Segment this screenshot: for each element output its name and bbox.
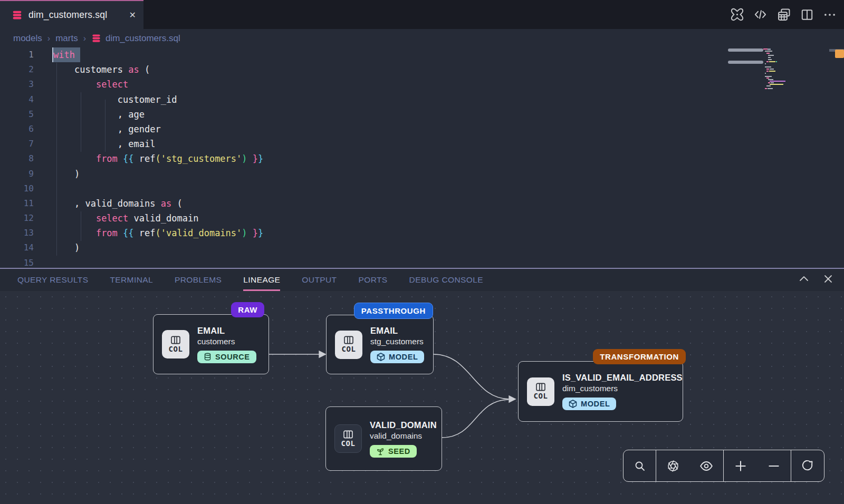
minimap[interactable] [763, 49, 816, 91]
visibility-button[interactable] [690, 450, 724, 481]
code-line: 15 [0, 256, 844, 268]
node-title: EMAIL [370, 326, 424, 336]
code-line: 13 from {{ ref('valid_domains') }} [0, 226, 844, 240]
node-subtitle: dim_customers [562, 384, 683, 393]
code-editor[interactable]: 1with2 customers as (3 select4 customer_… [0, 47, 844, 268]
panel-tab-query-results[interactable]: QUERY RESULTS [17, 269, 88, 291]
lineage-node-valid-domains[interactable]: COL VALID_DOMAIN valid_domains SEED [325, 406, 442, 471]
breadcrumb-file[interactable]: dim_customers.sql [91, 33, 180, 44]
minus-icon [767, 459, 781, 473]
line-number: 6 [0, 122, 34, 137]
lineage-node-dim-customers[interactable]: TRANSFORMATION COL IS_VALID_EMAIL_ADDRES… [518, 361, 683, 422]
code-line: 12 select valid_domain [0, 211, 844, 226]
code-line: 11 , valid_domains as ( [0, 196, 844, 211]
col-label: COL [342, 345, 356, 353]
pill-label: SEED [388, 447, 410, 455]
close-tab-icon[interactable]: ✕ [129, 10, 136, 20]
lineage-node-customers[interactable]: RAW COL EMAIL customers SOURCE [153, 314, 269, 374]
zoom-out-button[interactable] [757, 450, 791, 481]
breadcrumb-models[interactable]: models [13, 33, 42, 44]
eye-icon [699, 459, 713, 473]
more-actions-icon[interactable] [823, 8, 837, 22]
code-line: 7 , email [0, 137, 844, 151]
panel-tab-problems[interactable]: PROBLEMS [175, 269, 222, 291]
columns-icon [343, 336, 354, 344]
scrollbar-selection-marker [835, 50, 844, 58]
lineage-badge-transformation: TRANSFORMATION [593, 349, 686, 364]
tab-dim-customers-sql[interactable]: dim_customers.sql ✕ [0, 0, 143, 29]
col-label: COL [341, 439, 356, 448]
columns-icon [535, 383, 546, 391]
panel-tab-terminal[interactable]: TERMINAL [110, 269, 153, 291]
minimap-decoration [728, 49, 763, 52]
indent-guide [56, 63, 57, 256]
pill-label: MODEL [581, 400, 610, 408]
cube-icon [377, 353, 385, 361]
code-lines: 1with2 customers as (3 select4 customer_… [0, 47, 844, 268]
code-line: 10 [0, 181, 844, 196]
node-subtitle: valid_domains [370, 431, 437, 441]
line-number: 11 [0, 196, 34, 211]
panel-tab-lineage[interactable]: LINEAGE [243, 269, 280, 291]
line-number: 3 [0, 77, 34, 92]
split-editor-icon[interactable] [800, 8, 814, 22]
seedling-icon [376, 447, 385, 455]
pill-label: MODEL [389, 353, 418, 361]
chevron-up-icon[interactable] [798, 273, 810, 287]
code-line: 8 from {{ ref('stg_customers') }} [0, 151, 844, 166]
panel-tab-debug-console[interactable]: DEBUG CONSOLE [409, 269, 483, 291]
column-chip: COL [162, 330, 189, 358]
line-number: 9 [0, 167, 34, 181]
breadcrumb-marts[interactable]: marts [55, 33, 78, 44]
line-number: 13 [0, 226, 34, 240]
code-line: 1with [0, 47, 844, 62]
copy-table-icon[interactable] [776, 7, 791, 22]
pill-label: SOURCE [215, 353, 250, 361]
aperture-button[interactable] [656, 450, 690, 481]
database-icon [204, 353, 212, 361]
line-number: 7 [0, 137, 34, 151]
indent-guide [81, 92, 81, 152]
seed-pill: SEED [370, 445, 417, 458]
col-label: COL [534, 392, 548, 400]
source-pill: SOURCE [197, 351, 256, 363]
columns-icon [343, 430, 353, 439]
column-chip: COL [335, 331, 362, 359]
panel-actions [798, 269, 835, 291]
panel-tab-output[interactable]: OUTPUT [302, 269, 337, 291]
model-pill: MODEL [370, 351, 424, 363]
panel-tabs: QUERY RESULTSTERMINALPROBLEMSLINEAGEOUTP… [17, 269, 483, 291]
line-number: 8 [0, 151, 34, 166]
indent-guide [105, 100, 106, 152]
database-icon [91, 33, 101, 43]
lineage-badge-passthrough: PASSTHROUGH [354, 303, 433, 319]
col-label: COL [169, 345, 183, 353]
breadcrumb-separator: › [47, 34, 50, 43]
dbt-logo-icon[interactable] [730, 7, 744, 22]
line-number: 12 [0, 211, 34, 226]
code-line: 14 ) [0, 240, 844, 255]
tab-label: dim_customers.sql [28, 9, 107, 21]
zoom-in-button[interactable] [724, 450, 757, 481]
line-number: 15 [0, 256, 34, 268]
close-icon[interactable] [822, 273, 835, 287]
refresh-button[interactable] [791, 450, 824, 481]
editor-tab-bar: dim_customers.sql ✕ [0, 0, 844, 29]
breadcrumb-file-label: dim_customers.sql [106, 33, 180, 44]
breadcrumb-separator: › [83, 34, 86, 43]
database-icon [12, 9, 23, 21]
node-title: IS_VALID_EMAIL_ADDRESS [562, 373, 683, 383]
search-button[interactable] [624, 450, 656, 481]
lineage-canvas[interactable]: RAW COL EMAIL customers SOURCE PASSTHROU… [0, 291, 844, 504]
code-line: 9 ) [0, 167, 844, 181]
node-title: EMAIL [197, 326, 256, 336]
lineage-node-stg-customers[interactable]: PASSTHROUGH COL EMAIL stg_customers MODE… [326, 315, 434, 374]
cube-icon [569, 400, 577, 408]
panel-tab-ports[interactable]: PORTS [358, 269, 387, 291]
line-number: 1 [0, 47, 34, 62]
code-icon[interactable] [753, 7, 768, 22]
search-icon [634, 460, 646, 472]
code-line: 4 customer_id [0, 92, 844, 107]
columns-icon [170, 336, 181, 344]
code-line: 2 customers as ( [0, 62, 844, 77]
